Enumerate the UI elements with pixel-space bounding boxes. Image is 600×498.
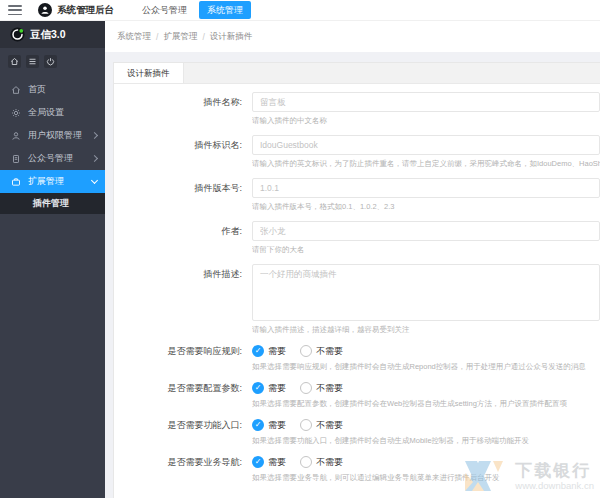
field-label: 是否需要功能入口:	[114, 418, 252, 445]
field-hint: 请输入插件描述，描述越详细，越容易受到关注	[252, 325, 600, 334]
sidebar-item-extensions[interactable]: 扩展管理	[0, 170, 105, 193]
radio-option-label[interactable]: 不需要	[316, 345, 343, 358]
radio-unchecked-icon[interactable]	[300, 456, 312, 468]
breadcrumb-separator: /	[202, 32, 204, 42]
field-hint: 如果选择需要配置参数，创建插件时会在Web控制器自动生成setting方法，用户…	[252, 399, 600, 408]
document-icon	[11, 154, 21, 164]
form-row: 是否需要配置参数: 需要 不需要 如果选择需要配置参数，创建插件时会在Web控制…	[114, 381, 600, 408]
chevron-right-icon	[91, 155, 98, 162]
radio-option-label[interactable]: 需要	[268, 345, 286, 358]
field-label: 是否需要业务导航:	[114, 455, 252, 482]
plugin-version-input[interactable]	[252, 178, 600, 198]
field-hint: 请留下你的大名	[252, 245, 600, 254]
sidebar-item-official-accounts[interactable]: 公众号管理	[0, 147, 105, 170]
breadcrumb-separator: /	[156, 32, 158, 42]
topbar: 系统管理后台 公众号管理 系统管理	[0, 0, 600, 21]
radio-unchecked-icon[interactable]	[300, 419, 312, 431]
sidebar-menu: 首页 全局设置 用户权限管理 公众号管理	[0, 78, 105, 214]
chevron-right-icon	[91, 132, 98, 139]
list-icon[interactable]	[26, 55, 39, 68]
app-window: 系统管理后台 公众号管理 系统管理 豆信3.0	[0, 0, 600, 498]
author-input[interactable]	[252, 221, 600, 241]
radio-option-label[interactable]: 需要	[268, 419, 286, 432]
radio-unchecked-icon[interactable]	[300, 345, 312, 357]
field-hint: 如果选择需要业务导航，则可以通过编辑业务导航菜单来进行插件后台开发	[252, 473, 600, 482]
radio-group-response-rules: 需要 不需要	[252, 344, 600, 358]
hamburger-menu-icon[interactable]	[8, 5, 22, 15]
form-row: 是否需要响应规则: 需要 不需要 如果选择需要响应规则，创建插件时会自动生成Re…	[114, 344, 600, 371]
content-card: 设计新插件 插件名称: 请输入插件的中文名称 插件标识名: 请输入插件的英文标识…	[113, 62, 600, 498]
radio-option-label[interactable]: 不需要	[316, 419, 343, 432]
radio-group-function-entry: 需要 不需要	[252, 418, 600, 432]
form-row: 插件标识名: 请输入插件的英文标识，为了防止插件重名，请带上自定义前缀，采用驼峰…	[114, 135, 600, 168]
form-row: 作者: 请留下你的大名	[114, 221, 600, 254]
person-icon	[40, 5, 50, 15]
douxin-logo-icon	[10, 27, 25, 42]
field-label: 是否需要配置参数:	[114, 381, 252, 408]
chevron-down-icon	[91, 176, 98, 183]
breadcrumb-item[interactable]: 系统管理	[117, 31, 151, 43]
topnav-item-mp[interactable]: 公众号管理	[142, 4, 187, 17]
plugin-identifier-input[interactable]	[252, 135, 600, 155]
radio-checked-icon[interactable]	[252, 345, 264, 357]
field-hint: 请输入插件的中文名称	[252, 116, 600, 125]
sidebar: 豆信3.0 首页 全局设置	[0, 21, 105, 498]
field-label: 是否需要响应规则:	[114, 344, 252, 371]
field-label: 插件版本号:	[114, 178, 252, 211]
radio-group-business-nav: 需要 不需要	[252, 455, 600, 469]
new-plugin-form: 插件名称: 请输入插件的中文名称 插件标识名: 请输入插件的英文标识，为了防止插…	[114, 84, 600, 482]
radio-unchecked-icon[interactable]	[300, 382, 312, 394]
topnav-item-system[interactable]: 系统管理	[199, 1, 251, 19]
avatar[interactable]	[38, 3, 52, 17]
app-title: 系统管理后台	[57, 4, 114, 17]
field-hint: 如果选择需要响应规则，创建插件时会自动生成Repond控制器，用于处理用户通过公…	[252, 362, 600, 371]
sidebar-submenu: 插件管理	[0, 193, 105, 214]
briefcase-icon	[11, 177, 21, 187]
radio-checked-icon[interactable]	[252, 382, 264, 394]
breadcrumb: 系统管理 / 扩展管理 / 设计新插件	[105, 21, 600, 52]
breadcrumb-item: 设计新插件	[210, 31, 253, 43]
radio-option-label[interactable]: 需要	[268, 456, 286, 469]
form-row: 是否需要业务导航: 需要 不需要 如果选择需要业务导航，则可以通过编辑业务导航菜…	[114, 455, 600, 482]
user-icon	[11, 131, 21, 141]
logo-text: 豆信3.0	[30, 28, 66, 42]
sidebar-item-global-settings[interactable]: 全局设置	[0, 101, 105, 124]
radio-group-config-params: 需要 不需要	[252, 381, 600, 395]
field-hint: 请输入插件版本号，格式如0.1、1.0.2、2.3	[252, 202, 600, 211]
form-row: 插件描述: 请输入插件描述，描述越详细，越容易受到关注	[114, 264, 600, 334]
field-label: 插件描述:	[114, 264, 252, 334]
field-label: 作者:	[114, 221, 252, 254]
radio-checked-icon[interactable]	[252, 456, 264, 468]
home-icon	[11, 85, 21, 95]
form-row: 是否需要功能入口: 需要 不需要 如果选择需要功能入口，创建插件时会自动生成Mo…	[114, 418, 600, 445]
gear-icon	[11, 108, 21, 118]
sidebar-item-home[interactable]: 首页	[0, 78, 105, 101]
power-icon[interactable]	[44, 55, 57, 68]
radio-option-label[interactable]: 不需要	[316, 382, 343, 395]
sidebar-quick-actions	[0, 48, 105, 74]
logo-row: 豆信3.0	[0, 21, 105, 48]
field-label: 插件名称:	[114, 92, 252, 125]
home-icon[interactable]	[8, 55, 21, 68]
field-label: 插件标识名:	[114, 135, 252, 168]
tab-design-new-plugin[interactable]: 设计新插件	[114, 63, 184, 83]
field-hint: 请输入插件的英文标识，为了防止插件重名，请带上自定义前缀，采用驼峰式命名，如Id…	[252, 159, 600, 168]
top-nav: 公众号管理 系统管理	[142, 1, 263, 19]
sidebar-item-plugin-management[interactable]: 插件管理	[0, 193, 105, 214]
breadcrumb-item[interactable]: 扩展管理	[163, 31, 197, 43]
field-hint: 如果选择需要功能入口，创建插件时会自动生成Mobile控制器，用于移动端功能开发	[252, 436, 600, 445]
sidebar-item-user-permissions[interactable]: 用户权限管理	[0, 124, 105, 147]
plugin-name-input[interactable]	[252, 92, 600, 112]
radio-option-label[interactable]: 不需要	[316, 456, 343, 469]
form-row: 插件名称: 请输入插件的中文名称	[114, 92, 600, 125]
content-pane: 系统管理 / 扩展管理 / 设计新插件 设计新插件 插件名称: 请输入插件的中文…	[105, 21, 600, 498]
form-row: 插件版本号: 请输入插件版本号，格式如0.1、1.0.2、2.3	[114, 178, 600, 211]
radio-checked-icon[interactable]	[252, 419, 264, 431]
radio-option-label[interactable]: 需要	[268, 382, 286, 395]
plugin-description-textarea[interactable]	[252, 264, 600, 321]
tab-bar: 设计新插件	[114, 63, 600, 84]
